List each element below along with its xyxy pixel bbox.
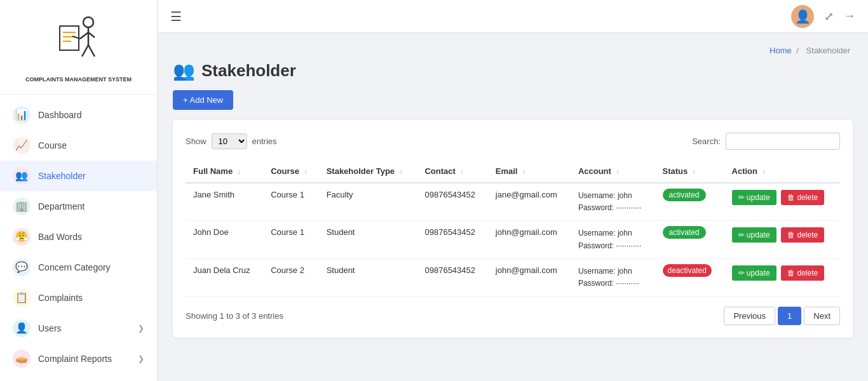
entries-select[interactable]: 102550100	[212, 133, 247, 149]
cell-account: Username: john Password: ···········	[571, 258, 655, 296]
table-card: Show 102550100 entries Search: Full Name…	[173, 120, 853, 338]
account-password: Password: ············	[578, 202, 648, 214]
topbar: ☰ 👤 ⤢ →	[158, 0, 868, 33]
cell-type: Student	[319, 221, 417, 258]
svg-line-5	[88, 45, 95, 57]
sidebar-item-badwords[interactable]: 😤 Bad Words	[0, 222, 157, 252]
prev-button[interactable]: Previous	[724, 307, 775, 325]
hamburger-icon[interactable]: ☰	[170, 9, 182, 24]
sidebar-item-dashboard[interactable]: 📊 Dashboard	[0, 100, 157, 130]
page-title-icon: 👥	[173, 60, 195, 81]
th-full-name[interactable]: Full Name ↕	[186, 160, 263, 183]
search-input[interactable]	[726, 133, 840, 150]
avatar: 👤	[791, 5, 814, 28]
svg-rect-6	[60, 26, 79, 50]
update-button[interactable]: ✏ update	[732, 190, 776, 205]
delete-button[interactable]: 🗑 delete	[781, 265, 824, 281]
nav-label-department: Department	[38, 201, 144, 211]
logo-image	[47, 10, 111, 74]
th-contact[interactable]: Contact ↕	[417, 160, 487, 183]
sidebar-item-stakeholder[interactable]: 👥 Stakeholder	[0, 161, 157, 191]
cell-status: activated	[655, 221, 724, 258]
logout-icon[interactable]: →	[844, 10, 855, 23]
th-stakeholder-type[interactable]: Stakeholder Type ↕	[319, 160, 417, 183]
nav-label-concern: Concern Category	[38, 262, 144, 272]
svg-line-4	[82, 45, 88, 57]
page-title: Stakeholder	[201, 61, 296, 81]
sort-icon: ↕	[400, 168, 403, 175]
sidebar-item-department[interactable]: 🏢 Department	[0, 191, 157, 222]
status-badge: activated	[663, 189, 706, 201]
nav-label-complaints: Complaints	[38, 293, 144, 303]
cell-type: Faculty	[319, 183, 417, 221]
sidebar-item-course[interactable]: 📈 Course	[0, 130, 157, 161]
th-status[interactable]: Status ↕	[655, 160, 724, 183]
status-badge: deactivated	[663, 264, 712, 277]
table-controls: Show 102550100 entries Search:	[186, 133, 840, 150]
nav-icon-complaints: 📋	[13, 289, 31, 307]
th-account[interactable]: Account ↕	[571, 160, 655, 183]
breadcrumb-home[interactable]: Home	[770, 46, 792, 55]
th-email[interactable]: Email ↕	[488, 160, 571, 183]
search-box: Search:	[692, 133, 840, 150]
th-course[interactable]: Course ↕	[263, 160, 319, 183]
th-action[interactable]: Action ↕	[724, 160, 840, 183]
cell-fullname: Jane Smith	[186, 183, 263, 221]
nav-arrow-reports: ❯	[138, 354, 144, 363]
cell-contact: 09876543452	[417, 183, 487, 221]
footer-info: Showing 1 to 3 of 3 entries	[186, 311, 283, 321]
table-header: Full Name ↕Course ↕Stakeholder Type ↕Con…	[186, 160, 840, 183]
sidebar-item-concern[interactable]: 💬 Concern Category	[0, 252, 157, 283]
sort-icon: ↕	[460, 168, 463, 175]
sidebar: COMPLAINTS MANAGEMENT SYSTEM 📊 Dashboard…	[0, 0, 158, 381]
sort-icon: ↕	[693, 168, 696, 175]
show-entries: Show 102550100 entries	[186, 133, 277, 149]
cell-email: john@gmail.com	[488, 258, 571, 296]
delete-button[interactable]: 🗑 delete	[781, 227, 824, 243]
sidebar-item-complaints[interactable]: 📋 Complaints	[0, 283, 157, 313]
nav-icon-badwords: 😤	[13, 228, 31, 246]
nav-icon-reports: 🥧	[13, 350, 31, 368]
main-area: ☰ 👤 ⤢ → Home / Stakeholder 👥 Stakeholder…	[158, 0, 868, 381]
account-username: Username: john	[578, 265, 648, 277]
entries-label: entries	[252, 137, 277, 146]
sidebar-item-users[interactable]: 👤 Users ❯	[0, 313, 157, 344]
table-footer: Showing 1 to 3 of 3 entries Previous 1 N…	[186, 307, 840, 325]
fullscreen-icon[interactable]: ⤢	[824, 10, 834, 23]
cell-action: ✏ update 🗑 delete	[724, 258, 840, 296]
cell-email: john@gmail.com	[488, 221, 571, 258]
nav-icon-concern: 💬	[13, 258, 31, 276]
nav-label-reports: Complaint Reports	[38, 354, 138, 364]
next-button[interactable]: Next	[804, 307, 840, 325]
cell-contact: 09876543452	[417, 221, 487, 258]
nav-label-stakeholder: Stakeholder	[38, 171, 144, 181]
cell-course: Course 2	[263, 258, 319, 296]
account-password: Password: ···········	[578, 277, 648, 290]
sidebar-item-reports[interactable]: 🥧 Complaint Reports ❯	[0, 344, 157, 374]
cell-status: deactivated	[655, 258, 724, 296]
nav-icon-stakeholder: 👥	[13, 167, 31, 185]
cell-action: ✏ update 🗑 delete	[724, 183, 840, 221]
account-username: Username: john	[578, 190, 648, 202]
cell-contact: 09876543452	[417, 258, 487, 296]
svg-point-0	[83, 17, 93, 27]
cell-type: Student	[319, 258, 417, 296]
add-new-button[interactable]: + Add New	[173, 90, 233, 110]
nav-icon-course: 📈	[13, 137, 31, 154]
update-button[interactable]: ✏ update	[732, 265, 776, 281]
cell-course: Course 1	[263, 221, 319, 258]
show-label: Show	[186, 137, 207, 146]
account-username: Username: john	[578, 227, 648, 239]
breadcrumb-current: Stakeholder	[806, 46, 850, 55]
delete-button[interactable]: 🗑 delete	[781, 190, 824, 205]
cell-account: Username: john Password: ············	[571, 183, 655, 221]
sort-icon: ↕	[616, 168, 620, 175]
cell-fullname: John Doe	[186, 221, 263, 258]
update-button[interactable]: ✏ update	[732, 227, 776, 243]
table-row: Jane Smith Course 1 Faculty 09876543452 …	[186, 183, 840, 221]
search-label: Search:	[692, 137, 721, 146]
nav-arrow-users: ❯	[138, 324, 144, 333]
account-password: Password: ············	[578, 240, 648, 252]
sidebar-logo: COMPLAINTS MANAGEMENT SYSTEM	[0, 0, 157, 95]
page-1-button[interactable]: 1	[778, 307, 801, 325]
